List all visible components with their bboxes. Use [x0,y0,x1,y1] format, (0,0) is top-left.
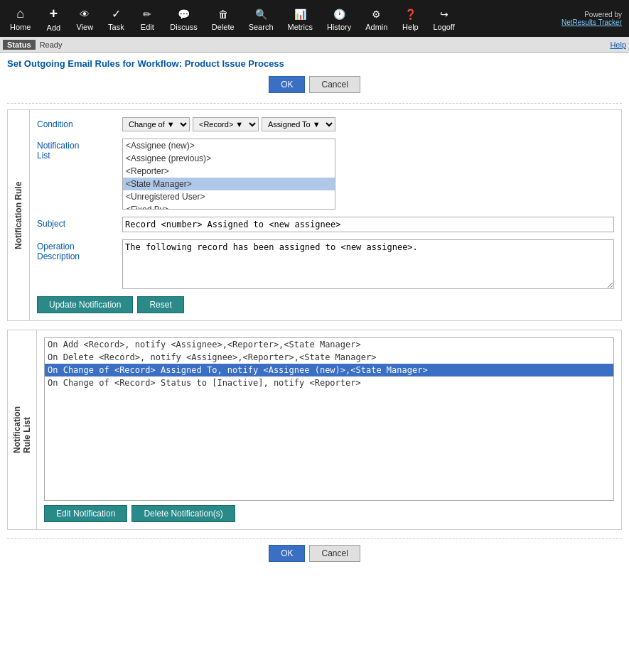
nav-item-add[interactable]: Add [38,3,69,35]
nav-item-discuss[interactable]: Discuss [163,4,205,34]
nav-label-help: Help [402,23,419,31]
condition-select-2[interactable]: <Record> ▼ [193,117,259,131]
ok-button-bottom[interactable]: OK [269,545,305,562]
nav-item-metrics[interactable]: Metrics [281,4,320,34]
reset-button[interactable]: Reset [137,296,183,313]
home-icon [16,6,24,21]
edit-delete-row: Edit Notification Delete Notification(s) [44,505,614,522]
help-icon [404,6,416,21]
ok-button-top[interactable]: OK [269,76,305,93]
notification-rule-inner: Condition Change of ▼ <Record> ▼ Assigne… [29,110,621,320]
list-item-assignee-previous[interactable]: <Assignee (previous)> [123,152,335,165]
notification-list-box[interactable]: <Assignee (new)> <Assignee (previous)> <… [122,139,335,210]
nav-item-edit[interactable]: Edit [131,4,163,34]
nav-item-task[interactable]: Task [100,4,131,34]
nav-label-edit: Edit [141,23,154,31]
subject-row: Subject [37,217,614,232]
list-item-fixed-by[interactable]: <Fixed By> [123,203,335,210]
rule-item-1[interactable]: On Add <Record>, notify <Assignee>,<Repo… [45,338,613,351]
delete-notification-button[interactable]: Delete Notification(s) [131,505,235,522]
status-bar: Status Ready Help [0,37,629,53]
admin-icon [372,6,381,21]
nav-label-delete: Delete [212,23,235,31]
condition-controls: Change of ▼ <Record> ▼ Assigned To ▼ [122,117,335,131]
nav-label-metrics: Metrics [288,23,313,31]
nav-label-task: Task [108,23,124,31]
condition-row: Condition Change of ▼ <Record> ▼ Assigne… [37,117,614,131]
task-icon [112,6,121,21]
notification-list-label: Notification List [37,139,122,161]
notification-rule-label: Notification Rule [8,110,29,320]
notification-list-row: Notification List <Assignee (new)> <Assi… [37,139,614,210]
help-link[interactable]: Help [610,40,626,49]
rule-item-4[interactable]: On Change of <Record> Status to [Inactiv… [45,376,613,389]
page-title: Set Outgoing Email Rules for Workflow: P… [7,58,622,69]
rule-item-2[interactable]: On Delete <Record>, notify <Assignee>,<R… [45,351,613,364]
search-icon [255,6,267,21]
list-item-state-manager[interactable]: <State Manager> [123,178,335,190]
notification-rule-list-inner: On Add <Record>, notify <Assignee>,<Repo… [36,330,621,529]
rule-item-3[interactable]: On Change of <Record> Assigned To, notif… [45,364,613,376]
nav-item-delete[interactable]: Delete [205,4,242,34]
edit-notification-button[interactable]: Edit Notification [44,505,127,522]
delete-icon [218,6,228,21]
page-content: Set Outgoing Email Rules for Workflow: P… [0,53,629,578]
update-reset-row: Update Notification Reset [37,296,614,313]
brand-text: Powered by [584,11,622,18]
nav-item-history[interactable]: History [320,4,358,34]
subject-input[interactable] [122,217,614,232]
cancel-button-top[interactable]: Cancel [309,76,360,93]
nav-item-help[interactable]: Help [394,4,426,34]
nav-label-history: History [327,23,351,31]
condition-select-3[interactable]: Assigned To ▼ [262,117,335,131]
nav-item-home[interactable]: Home [3,4,38,34]
notification-rule-list-section: NotificationRule List On Add <Record>, n… [7,330,622,530]
condition-select-1[interactable]: Change of ▼ [122,117,190,131]
nav-item-search[interactable]: Search [242,4,281,34]
powered-by: Powered by NetResults Tracker [561,11,622,26]
notification-rule-section: Notification Rule Condition Change of ▼ … [7,109,622,321]
divider-top [7,103,622,104]
update-notification-button[interactable]: Update Notification [37,296,133,313]
nav-label-add: Add [47,23,61,32]
nav-label-view: View [77,23,94,31]
view-icon [80,6,90,21]
cancel-button-bottom[interactable]: Cancel [309,545,360,562]
status-badge: Status [3,40,36,50]
list-item-assignee-new[interactable]: <Assignee (new)> [123,139,335,152]
status-text: Ready [40,40,611,49]
divider-bottom [7,538,622,539]
top-button-row: OK Cancel [7,76,622,93]
subject-label: Subject [37,217,122,229]
rule-list-box[interactable]: On Add <Record>, notify <Assignee>,<Repo… [44,337,614,501]
edit-icon [143,6,151,21]
history-icon [333,6,345,21]
nav-item-logoff[interactable]: Logoff [426,4,461,34]
nav-label-discuss: Discuss [170,23,198,31]
discuss-icon [178,6,190,21]
operation-description-textarea[interactable]: The following record has been assigned t… [122,239,614,289]
notification-rule-list-label: NotificationRule List [8,330,36,529]
nav-item-view[interactable]: View [69,4,100,34]
operation-description-label: Operation Description [37,239,122,261]
nav-item-admin[interactable]: Admin [358,4,394,34]
brand-link[interactable]: NetResults Tracker [561,18,622,26]
nav-bar: Home Add View Task Edit Discuss Delete S… [0,0,629,37]
bottom-button-row: OK Cancel [7,545,622,562]
condition-label: Condition [37,117,122,129]
metrics-icon [294,6,306,21]
logoff-icon [440,6,448,21]
nav-label-search: Search [249,23,274,31]
nav-label-home: Home [10,23,31,31]
operation-description-row: Operation Description The following reco… [37,239,614,289]
list-item-unregistered-user[interactable]: <Unregistered User> [123,190,335,203]
list-item-reporter[interactable]: <Reporter> [123,165,335,178]
nav-label-logoff: Logoff [433,23,454,31]
add-icon [50,6,58,22]
nav-label-admin: Admin [365,23,387,31]
